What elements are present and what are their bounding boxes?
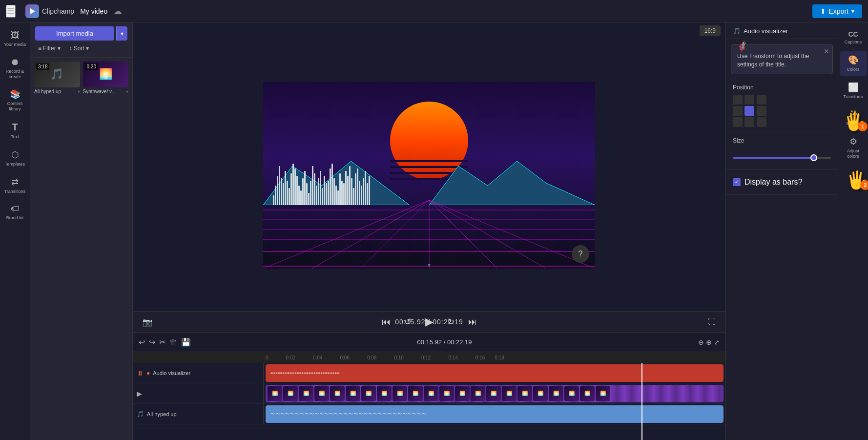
ruler-mark-5: 0:10 xyxy=(394,355,403,360)
zoom-in-button[interactable]: ⊕ xyxy=(706,338,712,346)
cut-button[interactable]: ✂ xyxy=(159,337,165,347)
right-icon-effects[interactable]: ✨ Effects xyxy=(840,105,867,130)
video-title[interactable]: My video xyxy=(80,7,107,15)
track-music-icon: 🎵 xyxy=(137,411,144,418)
ruler-mark-2: 0:04 xyxy=(313,355,322,360)
zoom-out-button[interactable]: ⊖ xyxy=(698,338,704,346)
ruler-mark-4: 0:08 xyxy=(367,355,376,360)
sidebar-item-content-library[interactable]: 📚 Content library xyxy=(1,85,29,116)
track-content-music[interactable]: 〜〜〜〜〜〜〜〜〜〜〜〜〜〜〜〜〜〜〜〜〜〜〜〜〜〜〜〜〜〜〜〜 xyxy=(266,405,723,423)
track-content-video[interactable]: 🌅 🌅 🌅 🌅 🌅 🌅 🌅 🌅 🌅 🌅 🌅 🌅 xyxy=(266,385,723,402)
save-button[interactable]: 💾 xyxy=(181,337,191,347)
size-section: Size xyxy=(726,132,838,170)
pos-cell-mr[interactable] xyxy=(757,106,766,116)
sidebar-item-label-templates: Templates xyxy=(5,162,25,167)
transform-icon: ⬜ xyxy=(848,82,859,93)
sort-icon: ↕ xyxy=(69,45,72,52)
track-pause-icon[interactable]: ⏸ xyxy=(137,369,144,377)
import-dropdown-button[interactable]: ▾ xyxy=(116,26,127,41)
timeline-timecode: 00:15.92 / 00:22.19 xyxy=(417,338,472,346)
pos-cell-ml[interactable] xyxy=(733,106,743,116)
pos-cell-tr[interactable] xyxy=(757,95,766,105)
media-thumbnail-1[interactable]: 🌅 0:20 Synthwave/ v... ▾ xyxy=(83,62,129,436)
thumb-duration-0: 3:18 xyxy=(36,63,49,70)
right-panel-title: 🎵 Audio visualizer xyxy=(733,27,788,35)
track-row-music: 🎵 All hyped up 〜〜〜〜〜〜〜〜〜〜〜〜〜〜〜〜〜〜〜〜〜〜〜〜〜… xyxy=(133,404,725,424)
hamburger-menu[interactable]: ☰ xyxy=(6,5,16,18)
sidebar-item-label-brand-kit: Brand kit xyxy=(6,215,24,221)
right-icon-colors[interactable]: 🎨 Colors xyxy=(840,51,867,76)
preview-canvas: // bars drawn inline below xyxy=(133,39,725,311)
pos-cell-br[interactable] xyxy=(757,117,766,127)
zoom-controls: ⊖ ⊕ ⤢ xyxy=(698,338,720,346)
pos-cell-tc[interactable] xyxy=(744,95,754,105)
media-thumbnail-0[interactable]: 🎵 3:18 All hyped up ▾ xyxy=(34,62,80,436)
sidebar-item-your-media[interactable]: 🖼 Your media xyxy=(1,26,29,51)
collapse-panel-button[interactable]: ▼ xyxy=(426,262,432,269)
track-row-audio-visualizer: ⏸ ● Audio visualizer ▪▪▪▪▪▪▪▪▪▪▪▪▪▪▪▪▪▪▪… xyxy=(133,363,725,383)
pos-cell-mc[interactable] xyxy=(744,106,754,116)
track-row-video: ▶ 🌅 🌅 🌅 🌅 🌅 🌅 🌅 🌅 xyxy=(133,383,725,404)
transitions-icon: ⇄ xyxy=(11,177,19,188)
transport-bar: 📷 ⏮ ↺ ▶ ↻ ⏭ 00:15.92 / 00:22.19 ⛶ xyxy=(133,311,725,333)
tooltip-close-button[interactable]: ✕ xyxy=(824,47,829,55)
sidebar-item-label-content-library: Content library xyxy=(3,101,27,112)
tracks-area: ⏸ ● Audio visualizer ▪▪▪▪▪▪▪▪▪▪▪▪▪▪▪▪▪▪▪… xyxy=(133,363,725,440)
aspect-ratio-button[interactable]: 16:9 xyxy=(700,25,721,36)
app-name: Clipchamp xyxy=(42,7,74,15)
position-grid xyxy=(733,95,767,127)
camera-monitor-button[interactable]: 📷 xyxy=(141,315,154,329)
filter-chevron: ▾ xyxy=(58,45,61,52)
right-icon-transform[interactable]: ⬜ Transform xyxy=(840,78,867,104)
right-panel: 🎵 Audio visualizer 🦸 ✕ Use Transform to … xyxy=(725,22,838,440)
track-label-video: ▶ xyxy=(133,383,264,403)
skip-back-button[interactable]: ⏮ xyxy=(380,315,393,329)
track-label-music: 🎵 All hyped up xyxy=(133,404,264,424)
size-slider[interactable] xyxy=(733,157,831,159)
right-icon-captions[interactable]: CC Captions xyxy=(840,26,867,49)
sidebar-item-text[interactable]: T Text xyxy=(1,118,29,144)
pos-cell-bl[interactable] xyxy=(733,117,743,127)
sidebar-item-label-text: Text xyxy=(11,134,19,140)
delete-button[interactable]: 🗑 xyxy=(169,338,177,347)
display-bars-checkbox[interactable]: ✓ xyxy=(733,178,741,186)
track-video-expand-icon[interactable]: ▶ xyxy=(137,390,142,398)
filter-button[interactable]: ≡ Filter ▾ xyxy=(35,43,63,53)
hand-icon-2: 🖐 xyxy=(846,171,868,189)
sidebar-item-label-your-media: Your media xyxy=(4,42,26,47)
import-media-button[interactable]: Import media xyxy=(35,26,114,41)
ruler-mark-6: 0:12 xyxy=(421,355,431,360)
expand-button[interactable]: ⤢ xyxy=(714,338,720,346)
undo-button[interactable]: ↩ xyxy=(139,337,145,347)
media-panel: Import media ▾ ≡ Filter ▾ ↕ Sort ▾ xyxy=(30,22,133,440)
colors-icon: 🎨 xyxy=(848,55,859,65)
sidebar-item-templates[interactable]: ⬡ Templates xyxy=(1,146,29,171)
timeline-ruler: 0 0:02 0:04 0:06 0:08 0:10 0:12 0:14 0:1… xyxy=(133,352,725,363)
pos-cell-tl[interactable] xyxy=(733,95,743,105)
redo-button[interactable]: ↪ xyxy=(149,337,155,347)
skip-forward-button[interactable]: ⏭ xyxy=(466,315,479,329)
adjust-colors-icon: ⚙ xyxy=(849,136,857,147)
help-button[interactable]: ? xyxy=(572,245,589,263)
record-create-icon: ⏺ xyxy=(11,57,20,67)
sidebar-item-record-create[interactable]: ⏺ Record & create xyxy=(1,53,29,84)
preview-section: 16:9 xyxy=(133,22,725,440)
display-bars-label: Display as bars? xyxy=(744,178,802,187)
help-icon: ? xyxy=(579,250,583,258)
ruler-mark-9: 0:18 xyxy=(495,355,504,360)
sidebar-item-brand-kit[interactable]: 🏷 Brand kit xyxy=(1,200,29,225)
export-button[interactable]: ⬆ Export ▾ xyxy=(812,4,862,18)
preview-top-bar: 16:9 xyxy=(133,22,725,39)
sidebar-item-transitions[interactable]: ⇄ Transitions xyxy=(1,173,29,198)
right-icon-adjust-colors[interactable]: ⚙ Adjust colors xyxy=(840,132,867,163)
effects-icon: ✨ xyxy=(848,109,859,120)
track-label-audio-visualizer: ⏸ ● Audio visualizer xyxy=(133,363,264,383)
colors-label: Colors xyxy=(847,67,859,72)
media-panel-header: Import media ▾ ≡ Filter ▾ ↕ Sort ▾ xyxy=(30,22,132,58)
fullscreen-button[interactable]: ⛶ xyxy=(706,315,718,328)
svg-line-14 xyxy=(429,200,546,269)
sort-button[interactable]: ↕ Sort ▾ xyxy=(66,43,92,53)
pos-cell-bc[interactable] xyxy=(744,117,754,127)
filter-label: Filter xyxy=(43,45,56,52)
track-content-audio-visualizer[interactable]: ▪▪▪▪▪▪▪▪▪▪▪▪▪▪▪▪▪▪▪▪▪▪▪▪▪▪▪▪▪▪▪▪▪▪▪▪▪▪▪▪ xyxy=(266,364,723,382)
